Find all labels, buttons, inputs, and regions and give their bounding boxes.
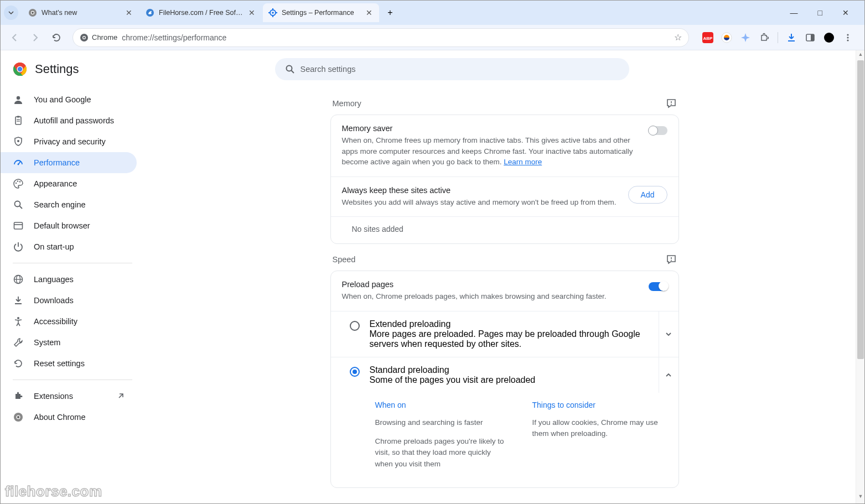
bookmark-star-icon[interactable]: ☆ <box>674 32 682 43</box>
speed-card: Preload pages When on, Chrome preloads p… <box>330 271 679 488</box>
watermark: filehorse.com <box>5 483 102 500</box>
svg-point-27 <box>17 96 20 100</box>
preload-toggle[interactable] <box>649 282 667 291</box>
sidebar-item-label: On start-up <box>34 242 74 251</box>
feedback-icon[interactable] <box>666 254 677 265</box>
svg-point-46 <box>17 317 19 319</box>
sidebar-item-label: Search engine <box>34 200 86 209</box>
sidebar-item-label: You and Google <box>34 95 91 104</box>
sidebar-item-label: Privacy and security <box>34 137 106 146</box>
external-link-icon <box>117 392 125 400</box>
scroll-down-arrow-icon[interactable]: ▼ <box>856 493 864 502</box>
sidebar-item-on-start-up[interactable]: On start-up <box>1 236 137 257</box>
svg-point-19 <box>847 34 848 35</box>
back-button[interactable] <box>6 29 23 46</box>
svg-point-32 <box>17 140 19 142</box>
section-heading-memory: Memory <box>333 99 361 108</box>
radio-selected-icon[interactable] <box>350 367 360 377</box>
sidebar-item-label: Default browser <box>34 221 90 230</box>
downloads-icon[interactable] <box>786 32 797 43</box>
consider-text-1: If you allow cookies, Chrome may use the… <box>532 417 667 440</box>
extended-title: Extended preloading <box>370 319 649 329</box>
site-chip: Chrome <box>80 33 117 42</box>
svg-point-25 <box>286 66 292 71</box>
svg-point-21 <box>847 39 848 41</box>
sidebar-item-system[interactable]: System <box>1 332 137 353</box>
sidebar-item-default-browser[interactable]: Default browser <box>1 215 137 236</box>
tab-title: FileHorse.com / Free Software <box>159 9 243 17</box>
similarweb-icon[interactable] <box>721 32 732 43</box>
new-tab-button[interactable]: + <box>382 5 398 20</box>
palette-icon <box>13 178 24 189</box>
svg-text:ABP: ABP <box>703 36 713 41</box>
chrome-menu-icon[interactable] <box>842 32 853 43</box>
sidebar-item-performance[interactable]: Performance <box>1 152 137 173</box>
sidebar-item-accessibility[interactable]: Accessibility <box>1 311 137 332</box>
tab-search-button[interactable] <box>4 6 18 20</box>
close-tab-icon[interactable]: ✕ <box>247 8 256 17</box>
abp-icon[interactable]: ABP <box>702 32 713 43</box>
sidebar-item-extensions[interactable]: Extensions <box>1 386 137 407</box>
sidebar-item-search-engine[interactable]: Search engine <box>1 194 137 215</box>
learn-more-link[interactable]: Learn more <box>504 158 542 166</box>
svg-point-53 <box>671 260 672 261</box>
omnibox[interactable]: Chrome chrome://settings/performance ☆ <box>72 28 689 47</box>
preload-title: Preload pages <box>342 280 639 289</box>
tab-strip: What's new ✕ FileHorse.com / Free Softwa… <box>1 1 864 25</box>
a11y-icon <box>13 316 24 327</box>
extension-icons: ABP <box>697 32 859 43</box>
standard-title: Standard preloading <box>370 365 649 375</box>
sidebar-item-about-chrome[interactable]: About Chrome <box>1 407 137 428</box>
expand-icon[interactable] <box>659 311 678 357</box>
sidebar-item-label: Autofill and passwords <box>34 116 114 125</box>
reload-button[interactable] <box>48 29 65 46</box>
speed-icon <box>13 157 24 168</box>
window-controls: — □ ✕ <box>786 6 861 19</box>
side-panel-icon[interactable] <box>805 32 816 43</box>
no-sites-text: No sites added <box>331 217 678 243</box>
extensions-puzzle-icon[interactable] <box>759 32 770 43</box>
gear-blue-icon <box>268 8 277 17</box>
add-site-button[interactable]: Add <box>628 186 667 204</box>
close-tab-icon[interactable]: ✕ <box>365 8 374 17</box>
vertical-scrollbar[interactable]: ▲ ▼ <box>856 50 864 503</box>
collapse-icon[interactable] <box>659 357 678 393</box>
tab-whats-new[interactable]: What's new ✕ <box>23 3 139 22</box>
search-settings-input[interactable]: Search settings <box>275 58 629 80</box>
tab-settings-performance[interactable]: Settings – Performance ✕ <box>263 3 379 22</box>
svg-point-34 <box>18 164 19 165</box>
profile-avatar-icon[interactable] <box>823 32 835 43</box>
memory-saver-toggle[interactable] <box>649 126 667 135</box>
maximize-button[interactable]: □ <box>814 6 827 19</box>
sidebar-item-you-and-google[interactable]: You and Google <box>1 89 137 110</box>
close-tab-icon[interactable]: ✕ <box>125 8 133 17</box>
sidebar-item-label: Downloads <box>34 296 74 305</box>
sidebar-item-label: Languages <box>34 275 74 284</box>
browser-icon <box>13 220 24 231</box>
minimize-button[interactable]: — <box>786 6 802 19</box>
clipboard-icon <box>13 115 24 126</box>
svg-point-49 <box>17 416 19 418</box>
tab-filehorse[interactable]: FileHorse.com / Free Software ✕ <box>140 3 262 22</box>
sidebar-item-languages[interactable]: Languages <box>1 269 137 290</box>
forward-button[interactable] <box>27 29 44 46</box>
standard-details: When on Browsing and searching is faster… <box>331 393 678 487</box>
extended-preloading-option[interactable]: Extended preloading More pages are prelo… <box>331 311 678 357</box>
sidebar-item-autofill-and-passwords[interactable]: Autofill and passwords <box>1 110 137 131</box>
chrome-gray-icon <box>28 8 37 17</box>
scroll-up-arrow-icon[interactable]: ▲ <box>856 51 864 60</box>
radio-unselected-icon[interactable] <box>350 321 360 331</box>
sidebar-item-reset-settings[interactable]: Reset settings <box>1 353 137 374</box>
svg-point-38 <box>15 201 20 207</box>
sidebar-item-label: About Chrome <box>34 413 86 422</box>
svg-point-37 <box>19 181 20 182</box>
sidebar-item-appearance[interactable]: Appearance <box>1 173 137 194</box>
scrollbar-thumb[interactable] <box>857 60 864 359</box>
sparkle-icon[interactable] <box>740 32 751 43</box>
standard-preloading-option[interactable]: Standard preloading Some of the pages yo… <box>331 357 678 393</box>
sidebar-item-downloads[interactable]: Downloads <box>1 290 137 311</box>
svg-rect-40 <box>14 222 23 229</box>
close-window-button[interactable]: ✕ <box>838 6 853 19</box>
sidebar-item-privacy-and-security[interactable]: Privacy and security <box>1 131 137 152</box>
feedback-icon[interactable] <box>666 98 677 109</box>
